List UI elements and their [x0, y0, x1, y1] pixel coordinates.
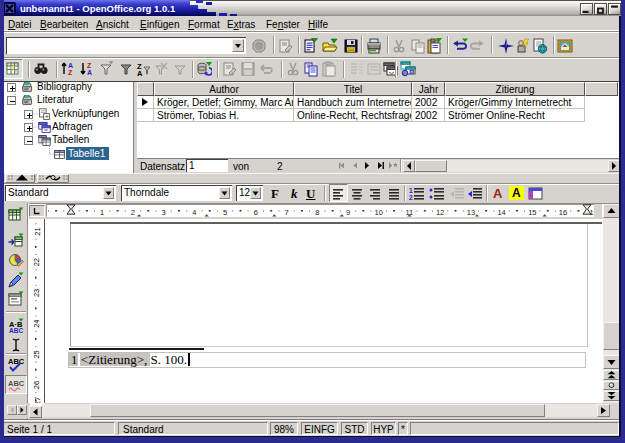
svg-text:22: 22 [33, 258, 42, 266]
svg-text:14: 14 [497, 208, 505, 217]
svg-text:25: 25 [33, 350, 42, 358]
svg-text:2: 2 [131, 208, 135, 217]
svg-text:10: 10 [375, 208, 383, 217]
svg-text:7: 7 [284, 208, 288, 217]
svg-text:21: 21 [33, 227, 42, 235]
svg-text:26: 26 [33, 381, 42, 389]
svg-text:ABC: ABC [9, 327, 23, 334]
svg-text:9: 9 [346, 208, 350, 217]
svg-text:5: 5 [223, 208, 227, 217]
svg-text:Z: Z [87, 62, 92, 69]
svg-text:12: 12 [436, 208, 444, 217]
svg-text:4: 4 [192, 208, 196, 217]
svg-text:A: A [68, 62, 73, 69]
svg-text:6: 6 [254, 208, 258, 217]
svg-text:8: 8 [315, 208, 319, 217]
svg-text:24: 24 [33, 320, 42, 328]
svg-text:3: 3 [162, 208, 166, 217]
svg-text:ABC: ABC [8, 357, 24, 366]
svg-text:23: 23 [33, 289, 42, 297]
svg-text:15: 15 [528, 208, 536, 217]
svg-text:13: 13 [467, 208, 475, 217]
svg-text:1: 1 [100, 208, 104, 217]
svg-text:1: 1 [409, 187, 413, 194]
svg-text:A: A [87, 69, 92, 76]
svg-text:2: 2 [409, 194, 413, 201]
svg-text:Z: Z [68, 69, 73, 76]
svg-text:16: 16 [559, 208, 567, 217]
svg-text:A: A [137, 69, 143, 77]
